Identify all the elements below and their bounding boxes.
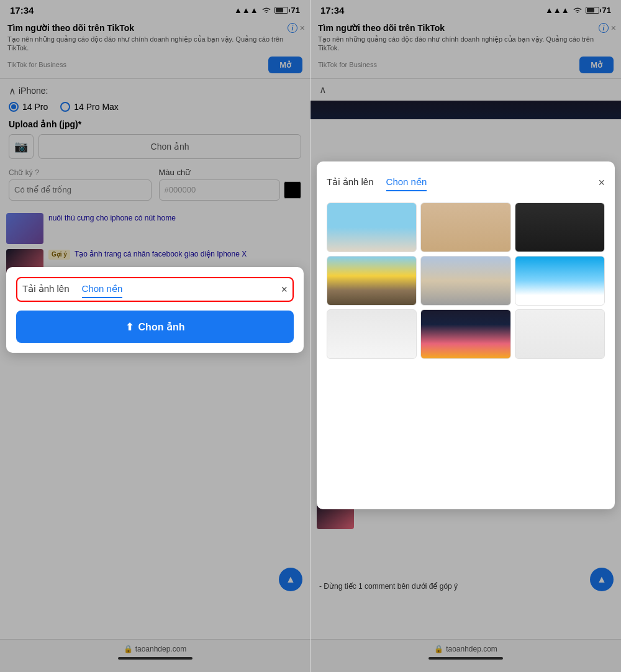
tab-group-left: Tải ảnh lên Chon nền — [22, 281, 122, 298]
bg-option-3[interactable] — [515, 202, 605, 252]
bg-option-9[interactable] — [515, 309, 605, 359]
tab-background-left[interactable]: Chon nền — [82, 281, 123, 298]
modal-header-left: Tải ảnh lên Chon nền × — [16, 277, 294, 302]
bg-option-4[interactable] — [327, 256, 417, 306]
bg-option-2[interactable] — [420, 202, 510, 252]
bg-option-5[interactable] — [420, 256, 510, 306]
modal-header-right: Tải ảnh lên Chon nền × — [327, 171, 605, 194]
bg-option-7[interactable] — [327, 309, 417, 359]
upload-big-btn-left[interactable]: ⬆ Chon ảnh — [16, 311, 294, 343]
background-grid — [327, 202, 605, 359]
tab-group-right: Tải ảnh lên Chon nền — [327, 174, 427, 191]
bg-option-8[interactable] — [420, 309, 510, 359]
tab-upload-right[interactable]: Tải ảnh lên — [327, 174, 374, 191]
right-phone-panel: 17:34 ▲▲▲ 71 i × Tìm người theo dõi trên… — [310, 0, 621, 672]
left-phone-panel: 17:34 ▲▲▲ 71 i × Tìm người theo dõi trên… — [0, 0, 310, 672]
upload-icon-left: ⬆ — [125, 321, 134, 333]
modal-close-right[interactable]: × — [598, 176, 605, 189]
modal-left: Tải ảnh lên Chon nền × ⬆ Chon ảnh — [6, 267, 304, 353]
tab-background-right[interactable]: Chon nền — [386, 174, 427, 191]
bg-option-6[interactable] — [515, 256, 605, 306]
tab-upload-left[interactable]: Tải ảnh lên — [22, 281, 70, 298]
modal-right: Tải ảnh lên Chon nền × — [317, 161, 615, 509]
bg-option-1[interactable] — [327, 202, 417, 252]
modal-close-left[interactable]: × — [281, 283, 288, 296]
